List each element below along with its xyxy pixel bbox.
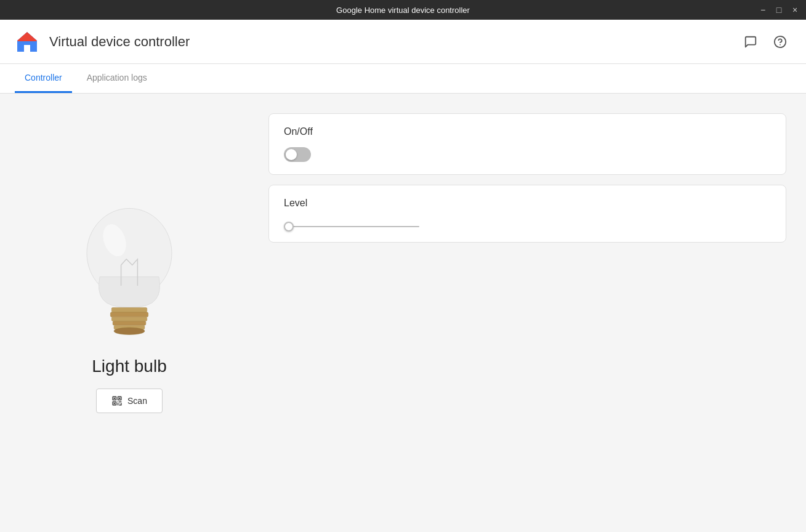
svg-marker-3 xyxy=(17,33,37,41)
svg-rect-13 xyxy=(110,312,148,317)
bulb-image xyxy=(62,200,197,342)
right-panel: On/Off Level xyxy=(259,94,806,532)
app-title: Virtual device controller xyxy=(49,34,190,50)
level-card: Level xyxy=(268,185,786,243)
svg-rect-21 xyxy=(114,398,115,399)
on-off-label: On/Off xyxy=(284,126,771,137)
level-label: Level xyxy=(284,198,771,209)
svg-rect-15 xyxy=(113,321,146,325)
title-bar: Google Home virtual device controller − … xyxy=(0,0,806,20)
app-logo xyxy=(15,30,39,54)
level-slider[interactable] xyxy=(284,226,419,227)
close-button[interactable]: × xyxy=(789,4,801,16)
chat-icon xyxy=(744,35,757,49)
app-header: Virtual device controller xyxy=(0,20,806,64)
title-bar-controls: − □ × xyxy=(757,4,801,16)
toggle-track xyxy=(284,147,311,162)
maximize-button[interactable]: □ xyxy=(773,4,785,16)
qr-code-icon xyxy=(111,395,123,406)
header-icons xyxy=(740,31,791,53)
main-content: Light bulb Scan On/Off xyxy=(0,94,806,532)
svg-rect-12 xyxy=(111,307,147,312)
svg-rect-23 xyxy=(114,403,115,404)
svg-rect-14 xyxy=(111,317,147,321)
toggle-thumb xyxy=(286,149,297,160)
svg-rect-5 xyxy=(24,45,30,52)
on-off-toggle[interactable] xyxy=(284,147,771,162)
tab-bar: Controller Application logs xyxy=(0,64,806,94)
device-name: Light bulb xyxy=(92,357,166,376)
svg-point-17 xyxy=(114,328,145,335)
chat-icon-button[interactable] xyxy=(740,31,762,53)
left-panel: Light bulb Scan xyxy=(0,94,259,532)
title-bar-title: Google Home virtual device controller xyxy=(336,6,470,15)
scan-button-label: Scan xyxy=(127,396,147,406)
scan-button[interactable]: Scan xyxy=(96,389,163,413)
help-icon xyxy=(773,35,787,49)
tab-logs[interactable]: Application logs xyxy=(77,64,157,93)
minimize-button[interactable]: − xyxy=(757,4,769,16)
on-off-card: On/Off xyxy=(268,113,786,175)
help-icon-button[interactable] xyxy=(769,31,791,53)
svg-rect-22 xyxy=(119,398,120,399)
tab-controller[interactable]: Controller xyxy=(15,64,72,93)
